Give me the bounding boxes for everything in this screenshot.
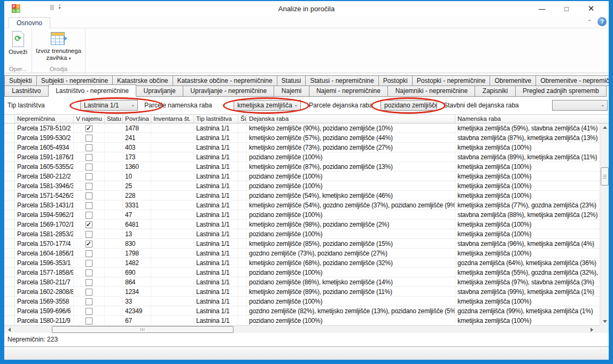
rented-checkbox[interactable] bbox=[86, 125, 92, 132]
row-selector[interactable] bbox=[4, 191, 15, 200]
column-header-namenska-raba[interactable]: Namenska raba bbox=[455, 115, 600, 123]
table-row[interactable]: Parcela 1577-1858/9690Lastnina 1/1pozida… bbox=[4, 268, 600, 277]
row-selector[interactable] bbox=[4, 162, 15, 171]
table-row[interactable]: Parcela 1571-5426/3228Lastnina 1/1pozida… bbox=[4, 191, 600, 200]
scroll-left-icon[interactable] bbox=[5, 326, 13, 334]
row-selector[interactable] bbox=[4, 172, 15, 181]
refresh-button[interactable]: ⟳ Osveži bbox=[5, 30, 30, 64]
table-row[interactable]: Parcela 1581-2853/213Lastnina 1/1pozidan… bbox=[4, 229, 600, 239]
collapse-ribbon-icon[interactable]: ⌃ bbox=[586, 18, 593, 26]
row-selector[interactable] bbox=[4, 181, 15, 190]
scroll-up-icon[interactable] bbox=[601, 123, 609, 131]
row-selector[interactable] bbox=[4, 258, 15, 267]
table-row[interactable]: Parcela 1604-1856/11798Lastnina 1/1gozdn… bbox=[4, 249, 600, 258]
row-selector[interactable] bbox=[4, 306, 15, 315]
rented-checkbox[interactable] bbox=[86, 212, 92, 219]
column-header-tip-lastni-tva[interactable]: Tip lastništva bbox=[194, 115, 238, 123]
ribbon-tab-osnovno[interactable]: Osnovno bbox=[9, 17, 50, 28]
tab-obremenitve-nepremi-nine[interactable]: Obremenitve - nepremičnine bbox=[536, 75, 609, 86]
tab-postopki[interactable]: Postopki bbox=[378, 75, 413, 86]
table-row[interactable]: Parcela 1602-2808/81234Lastnina 1/1kmeti… bbox=[4, 287, 600, 297]
column-header-statu[interactable]: Statu bbox=[105, 115, 123, 123]
rented-checkbox[interactable] bbox=[86, 279, 92, 286]
tab-zapisniki[interactable]: Zapisniki bbox=[475, 86, 515, 97]
rented-checkbox[interactable] bbox=[86, 144, 92, 151]
column-header-povr-ina[interactable]: Površina bbox=[123, 115, 151, 123]
table-row[interactable]: Parcela 1569-1702/16481Lastnina 1/1kmeti… bbox=[4, 220, 600, 229]
row-selector[interactable] bbox=[4, 268, 15, 277]
rented-checkbox[interactable] bbox=[86, 192, 92, 199]
rented-checkbox[interactable] bbox=[86, 231, 92, 238]
tab-lastni-tvo-nepremi-nine[interactable]: Lastništvo - nepremičnine bbox=[48, 84, 136, 97]
row-selector[interactable] bbox=[4, 277, 15, 286]
table-row[interactable]: Parcela 1580-212/210Lastnina 1/1pozidano… bbox=[4, 172, 600, 181]
tab-statusi-nepremi-nine[interactable]: Statusi - nepremičnine bbox=[305, 75, 378, 86]
horizontal-scrollbar[interactable] bbox=[4, 326, 600, 333]
tab-najemniki-nepremi-nine[interactable]: Najemniki - nepremičnine bbox=[387, 86, 475, 97]
scroll-right-icon[interactable] bbox=[588, 326, 596, 334]
table-row[interactable]: Parcela 1570-177/4830Lastnina 1/1kmetijs… bbox=[4, 239, 600, 249]
column-header-dejanska-raba[interactable]: Dejanska raba bbox=[247, 115, 455, 123]
rented-checkbox[interactable] bbox=[86, 183, 92, 190]
column-header-inventarna-t[interactable]: Inventarna št. bbox=[151, 115, 194, 123]
close-button[interactable]: ✕ bbox=[579, 1, 603, 16]
row-selector[interactable] bbox=[4, 239, 15, 248]
row-selector[interactable] bbox=[4, 220, 15, 229]
table-row[interactable]: Parcela 1599-696/642349Lastnina 1/1gozdn… bbox=[4, 306, 600, 316]
rented-checkbox[interactable] bbox=[86, 221, 92, 228]
table-row[interactable]: Parcela 1580-211/7864Lastnina 1/1pozidan… bbox=[4, 277, 600, 287]
rented-checkbox[interactable] bbox=[86, 308, 92, 315]
row-selector[interactable] bbox=[4, 123, 15, 133]
rented-checkbox[interactable] bbox=[86, 289, 92, 296]
row-selector[interactable] bbox=[4, 133, 15, 142]
rented-checkbox[interactable] bbox=[86, 173, 92, 180]
rented-checkbox[interactable] bbox=[86, 250, 92, 257]
table-row[interactable]: Parcela 1596-353/11482Lastnina 1/1kmetij… bbox=[4, 258, 600, 268]
filter-combo-parcele-dejanska-raba[interactable]: pozidano zemljišče bbox=[381, 100, 437, 111]
tab-subjekti[interactable]: Subjekti bbox=[4, 75, 37, 86]
row-selector[interactable] bbox=[4, 143, 15, 152]
column-header-v-najemu[interactable]: V najemu bbox=[74, 115, 105, 123]
table-row[interactable]: Parcela 1605-5355/21360Lastnina 1/1kmeti… bbox=[4, 162, 600, 172]
row-selector[interactable] bbox=[4, 249, 15, 258]
row-selector[interactable] bbox=[4, 200, 15, 210]
row-selector[interactable] bbox=[4, 297, 15, 306]
export-current-tab-button[interactable]: Izvoz trenutnega zavihka ▾ bbox=[33, 30, 84, 64]
rented-checkbox[interactable] bbox=[86, 260, 92, 267]
tab-pregled-zadnjih-sprememb[interactable]: Pregled zadnjih sprememb bbox=[515, 86, 607, 97]
rented-checkbox[interactable] bbox=[86, 269, 92, 276]
filter-combo-tip-lastni-tva[interactable]: Lastnina 1/1 bbox=[80, 100, 138, 111]
row-selector[interactable] bbox=[4, 152, 15, 161]
maximize-button[interactable]: □ bbox=[554, 1, 579, 16]
table-row[interactable]: Parcela 1591-1876/1173Lastnina 1/1pozida… bbox=[4, 152, 600, 162]
help-icon[interactable]: ? bbox=[598, 17, 607, 26]
tab-postopki-nepremi-nine[interactable]: Postopki - nepremičnine bbox=[412, 75, 491, 86]
rented-checkbox[interactable] bbox=[86, 241, 92, 247]
rented-checkbox[interactable] bbox=[86, 202, 92, 209]
tab-upravljanje[interactable]: Upravljanje bbox=[136, 86, 183, 97]
scroll-down-icon[interactable] bbox=[601, 317, 609, 326]
tab-obremenitve[interactable]: Obremenitve bbox=[490, 75, 536, 86]
tab-katastrske-ob-ine-nepremi-nine[interactable]: Katastrske občine - nepremičnine bbox=[173, 75, 277, 86]
row-selector[interactable] bbox=[4, 210, 15, 219]
tab-najemi-nepremi-nine[interactable]: Najemi - nepremičnine bbox=[309, 86, 389, 97]
table-row[interactable]: Parcela 1581-3946/3225Lastnina 1/1pozida… bbox=[4, 181, 600, 191]
horizontal-scroll-thumb[interactable] bbox=[52, 326, 234, 333]
tab-statusi[interactable]: Statusi bbox=[277, 75, 306, 86]
vertical-scrollbar[interactable] bbox=[600, 123, 609, 326]
minimize-button[interactable]: — bbox=[530, 1, 554, 16]
tab-najemi[interactable]: Najemi bbox=[274, 86, 309, 97]
table-row[interactable]: Parcela 1580-211/967Lastnina 1/1pozidano… bbox=[4, 316, 600, 326]
table-row[interactable]: Parcela 1569-355833Lastnina 1/1pozidano … bbox=[4, 297, 600, 306]
table-row[interactable]: Parcela 1605-4934403Lastnina 1/1kmetijsk… bbox=[4, 143, 600, 152]
table-row[interactable]: Parcela 1583-1431/13331Lastnina 1/1kmeti… bbox=[4, 200, 600, 210]
row-selector[interactable] bbox=[4, 287, 15, 296]
tab-upravljanje-nepremi-nine[interactable]: Upravljanje - nepremičnine bbox=[183, 86, 274, 97]
vertical-scroll-thumb[interactable] bbox=[601, 167, 609, 185]
table-row[interactable]: Parcela 1578-510/21478Lastnina 1/1kmetij… bbox=[4, 123, 600, 133]
rented-checkbox[interactable] bbox=[86, 135, 92, 142]
rented-checkbox[interactable] bbox=[86, 154, 92, 161]
filter-combo-parcele-namenska-raba[interactable]: kmetijska zemljišča bbox=[234, 100, 301, 111]
column-header-i[interactable]: Ši bbox=[238, 115, 247, 123]
rented-checkbox[interactable] bbox=[86, 317, 92, 324]
